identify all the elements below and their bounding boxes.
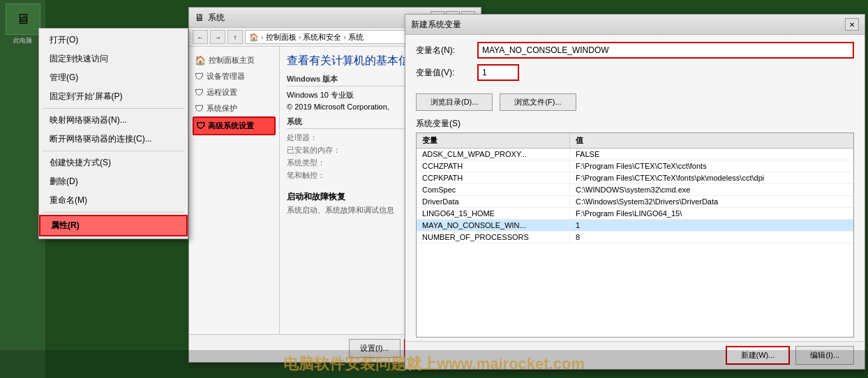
cell-value: FALSE: [570, 149, 853, 160]
sidebar-item-device-manager[interactable]: 🛡 设备管理器: [193, 68, 276, 84]
path-part-4: 系统: [348, 32, 364, 43]
var-value-row: 变量值(V):: [416, 64, 854, 81]
cell-name: LINGO64_15_HOME: [417, 208, 570, 219]
edit-button[interactable]: 编辑(I)...: [795, 346, 854, 365]
table-row[interactable]: CCPKPATHF:\Program Files\CTEX\CTeX\fonts…: [417, 172, 853, 184]
table-row[interactable]: MAYA_NO_CONSOLE_WIN...1: [417, 220, 853, 232]
protection-icon: 🛡: [195, 103, 204, 114]
cell-value: C:\Windows\System32\Drivers\DriverData: [570, 196, 853, 207]
forward-button[interactable]: →: [210, 30, 225, 44]
var-name-input[interactable]: [477, 42, 854, 59]
context-menu-map-drive[interactable]: 映射网络驱动器(N)...: [39, 111, 188, 130]
sidebar-item-remote[interactable]: 🛡 远程设置: [193, 84, 276, 100]
context-menu-delete[interactable]: 删除(D): [39, 172, 188, 191]
var-value-label: 变量值(V):: [416, 67, 472, 79]
path-part-2: 控制面板: [266, 32, 297, 43]
system-vars-label: 系统变量(S): [416, 118, 854, 130]
col-value-header: 值: [570, 133, 853, 148]
browse-dir-button[interactable]: 浏览目录(D)...: [416, 93, 493, 111]
var-section: 变量名(N): 变量值(V):: [405, 35, 865, 90]
table-row[interactable]: ADSK_CLM_WPAD_PROXY...FALSE: [417, 149, 853, 160]
sidebar-item-advanced[interactable]: 🛡 高级系统设置: [193, 116, 276, 135]
cell-value: F:\Program Files\LINGO64_15\: [570, 208, 853, 219]
cell-value: 8: [570, 232, 853, 243]
browse-btns: 浏览目录(D)... 浏览文件(F)...: [405, 90, 865, 114]
remote-icon: 🛡: [195, 87, 204, 98]
dialog-footer: 新建(W)... 编辑(I)...: [405, 341, 865, 369]
processor-label: 处理器：: [287, 133, 343, 143]
context-menu-open[interactable]: 打开(O): [39, 31, 188, 50]
cell-name: ADSK_CLM_WPAD_PROXY...: [417, 149, 570, 160]
table-row[interactable]: LINGO64_15_HOMEF:\Program Files\LINGO64_…: [417, 208, 853, 220]
table-row[interactable]: DriverDataC:\Windows\System32\Drivers\Dr…: [417, 196, 853, 208]
cell-name: NUMBER_OF_PROCESSORS: [417, 232, 570, 243]
ram-label: 已安装的内存：: [287, 145, 343, 156]
context-menu-pin-quick[interactable]: 固定到快速访问: [39, 50, 188, 68]
context-menu-rename[interactable]: 重命名(M): [39, 191, 188, 210]
env-dialog-controls: ✕: [845, 18, 859, 31]
browse-file-button[interactable]: 浏览文件(F)...: [500, 93, 576, 111]
separator-2: [43, 151, 184, 151]
context-menu-manage[interactable]: 管理(G): [39, 68, 188, 87]
home-icon: 🏠: [195, 55, 206, 66]
context-menu-create-shortcut[interactable]: 创建快捷方式(S): [39, 153, 188, 172]
touch-label: 笔和触控：: [287, 170, 343, 181]
var-name-row: 变量名(N):: [416, 42, 854, 59]
cell-value: C:\WINDOWS\system32\cmd.exe: [570, 184, 853, 195]
var-value-input[interactable]: [477, 64, 519, 81]
table-row[interactable]: CCHZPATHF:\Program Files\CTEX\CTeX\cct\f…: [417, 160, 853, 172]
cell-value: F:\Program Files\CTEX\CTeX\cct\fonts: [570, 160, 853, 172]
back-button[interactable]: ←: [193, 30, 208, 44]
windows-corp-value: © 2019 Microsoft Corporation,: [287, 103, 389, 111]
system-vars-table: 变量 值 ADSK_CLM_WPAD_PROXY...FALSECCHZPATH…: [416, 133, 854, 338]
context-menu-pin-start[interactable]: 固定到'开始'屏幕(P): [39, 87, 188, 106]
context-menu-properties[interactable]: 属性(R): [39, 215, 188, 236]
table-row[interactable]: ComSpecC:\WINDOWS\system32\cmd.exe: [417, 184, 853, 196]
var-name-label: 变量名(N):: [416, 45, 472, 56]
advanced-icon: 🛡: [196, 121, 205, 131]
up-button[interactable]: ↑: [227, 30, 243, 44]
window-title: 系统: [208, 12, 427, 24]
sidebar: 🏠 控制面板主页 🛡 设备管理器 🛡 远程设置 🛡 系统保护 🛡: [189, 47, 280, 334]
cell-name: CCPKPATH: [417, 172, 570, 183]
table-header: 变量 值: [417, 133, 853, 149]
windows-version-value: Windows 10 专业版: [287, 90, 354, 100]
context-menu-disconnect[interactable]: 断开网络驱动器的连接(C)...: [39, 130, 188, 149]
sidebar-item-protection[interactable]: 🛡 系统保护: [193, 100, 276, 116]
separator-3: [43, 212, 184, 213]
cell-value: F:\Program Files\CTEX\CTeX\fonts\pk\mode…: [570, 172, 853, 183]
cell-name: ComSpec: [417, 184, 570, 195]
env-close-button[interactable]: ✕: [845, 18, 859, 31]
path-part-1: 🏠: [249, 33, 259, 42]
sidebar-item-home[interactable]: 🏠 控制面板主页: [193, 52, 276, 68]
env-dialog-title: 新建系统变量: [411, 19, 841, 31]
taskbar-computer-icon[interactable]: 🖥 此电脑: [6, 3, 40, 45]
new-button[interactable]: 新建(W)...: [726, 346, 791, 365]
settings-button[interactable]: 设置(I)...: [349, 339, 401, 358]
col-name-header: 变量: [417, 133, 570, 148]
table-section: 系统变量(S) 变量 值 ADSK_CLM_WPAD_PROXY...FALSE…: [405, 114, 865, 341]
desktop: 🖥 此电脑 打开(O) 固定到快速访问 管理(G) 固定到'开始'屏幕(P) 映…: [0, 0, 868, 378]
cell-name: CCHZPATH: [417, 160, 570, 172]
env-dialog: 新建系统变量 ✕ 变量名(N): 变量值(V): 浏览目录(D)... 浏览文件…: [405, 14, 865, 370]
context-menu: 打开(O) 固定到快速访问 管理(G) 固定到'开始'屏幕(P) 映射网络驱动器…: [38, 28, 188, 239]
env-dialog-titlebar: 新建系统变量 ✕: [405, 15, 865, 35]
cell-name: MAYA_NO_CONSOLE_WIN...: [417, 220, 570, 231]
cell-name: DriverData: [417, 196, 570, 207]
table-row[interactable]: NUMBER_OF_PROCESSORS8: [417, 232, 853, 243]
cell-value: 1: [570, 220, 853, 231]
device-manager-icon: 🛡: [195, 71, 204, 82]
path-part-3: 系统和安全: [303, 32, 341, 43]
systype-label: 系统类型：: [287, 158, 343, 168]
system-icon: 🖥: [195, 12, 204, 23]
separator-1: [43, 108, 184, 109]
table-body: ADSK_CLM_WPAD_PROXY...FALSECCHZPATHF:\Pr…: [417, 149, 853, 243]
